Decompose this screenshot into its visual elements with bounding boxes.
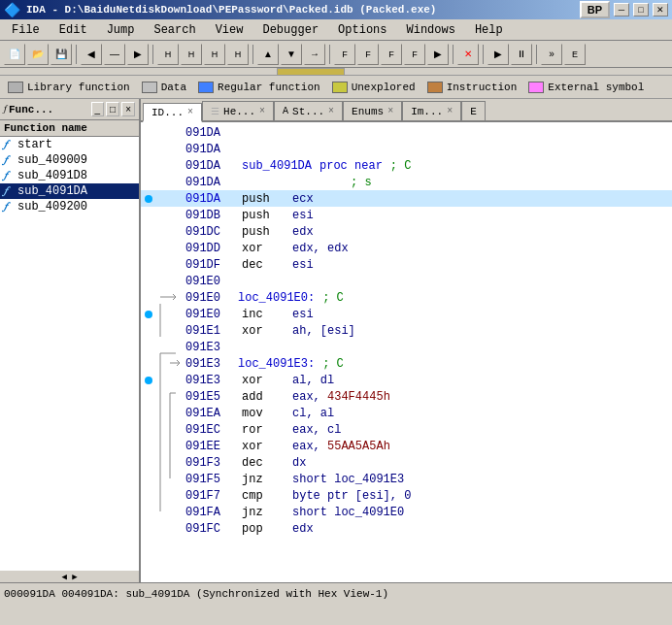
close-button[interactable]: ✕ (653, 3, 668, 16)
toolbar-dash[interactable]: — (104, 44, 125, 65)
menu-file[interactable]: File (4, 21, 48, 39)
toolbar-more[interactable]: » (541, 44, 562, 65)
addr-1: 091DA (185, 126, 234, 140)
func-item-409009[interactable]: 𝑓 sub_409009 (0, 152, 139, 168)
mnemonic-jnz-e0: jnz (234, 506, 292, 519)
disassembly-area[interactable]: 091DA 091DA 091DA sub_4091DA proc near ;… (141, 122, 672, 582)
tab-e-label: E (470, 106, 477, 117)
horizontal-scrollbar[interactable] (0, 68, 672, 76)
toolbar-f1[interactable]: F (334, 44, 355, 65)
disasm-line-jnz-e3: 091F5 jnz short loc_4091E3 (141, 471, 672, 487)
toolbar-x[interactable]: ✕ (457, 44, 479, 65)
mnemonic-mov-cl: mov (234, 407, 292, 420)
toolbar-save[interactable]: 💾 (50, 44, 72, 65)
toolbar-new[interactable]: 📄 (4, 44, 25, 65)
legend-external-label: External symbol (548, 82, 644, 93)
toolbar-open[interactable]: 📂 (27, 44, 49, 65)
toolbar-hex4[interactable]: H (227, 44, 249, 65)
menu-help[interactable]: Help (467, 21, 511, 39)
toolbar-end[interactable]: E (564, 44, 586, 65)
addr-loc-e3: 091E3 (185, 357, 234, 371)
addr-dec-esi: 091DF (185, 258, 234, 272)
menu-windows[interactable]: Windows (399, 21, 463, 39)
legend-library: Library function (8, 82, 130, 93)
tab-imports-close[interactable]: × (447, 106, 453, 116)
toolbar-f3[interactable]: F (381, 44, 402, 65)
mnemonic-push-ecx: push (234, 192, 292, 206)
menu-debugger[interactable]: Debugger (254, 21, 326, 39)
tab-enums-close[interactable]: × (387, 106, 393, 116)
disasm-line-dec-dx: 091F3 dec dx (141, 454, 672, 471)
legend-instruction-label: Instruction (447, 82, 518, 93)
tab-struct-icon: A (283, 106, 288, 116)
panel-minimize[interactable]: _ (91, 102, 105, 116)
addr-pop-edx: 091FC (185, 522, 234, 536)
func-item-4091da[interactable]: 𝑓 sub_4091DA (0, 183, 139, 199)
legend-instruction-color (427, 82, 443, 93)
comment-loc-e0: ; C (322, 291, 344, 305)
mnemonic-push-edx: push (234, 225, 292, 239)
addr-push-edx: 091DC (185, 225, 234, 239)
addr-xor-edx: 091DD (185, 242, 234, 255)
toolbar-up[interactable]: ▲ (257, 44, 279, 65)
menu-view[interactable]: View (208, 21, 252, 39)
dot-marker-inc (145, 311, 152, 318)
tab-e[interactable]: E (461, 101, 486, 120)
minimize-button[interactable]: ─ (614, 3, 629, 16)
addr-inc-esi: 091E0 (185, 308, 234, 321)
toolbar-f5[interactable]: ▶ (427, 44, 449, 65)
menu-search[interactable]: Search (146, 21, 203, 39)
toolbar-down[interactable]: ▼ (281, 44, 302, 65)
tab-ida-view-close[interactable]: × (187, 107, 193, 117)
tab-ida-view[interactable]: ID... × (143, 103, 202, 122)
status-text: 000091DA 004091DA: sub_4091DA (Synchroni… (4, 588, 388, 600)
func-name-4091d8: sub_4091D8 (17, 169, 87, 182)
legend-regular-label: Regular function (218, 82, 320, 93)
operand-push-ecx: ecx (292, 192, 314, 206)
panel-float[interactable]: □ (106, 102, 119, 116)
toolbar-back[interactable]: ◀ (81, 44, 102, 65)
scroll-thumb[interactable] (277, 68, 345, 76)
left-panel-scrollbar[interactable]: ◀ ▶ (0, 571, 139, 582)
func-item-start[interactable]: 𝑓 start (0, 137, 139, 152)
operand-push-esi: esi (292, 209, 314, 222)
toolbar-hex1[interactable]: H (157, 44, 179, 65)
menu-edit[interactable]: Edit (51, 21, 95, 39)
func-icon-start: 𝑓 (4, 139, 14, 150)
legend-regular-color (198, 82, 214, 93)
tab-enums[interactable]: Enums × (343, 101, 402, 120)
comment-proc: ; C (390, 159, 412, 173)
toolbar-f4[interactable]: F (404, 44, 425, 65)
toolbar-hex2[interactable]: H (181, 44, 202, 65)
mnemonic-dec-dx: dec (234, 456, 292, 470)
menu-options[interactable]: Options (330, 21, 394, 39)
bp-button[interactable]: BP (580, 1, 610, 18)
tab-hex-view-close[interactable]: × (259, 106, 265, 116)
addr-xor-ah: 091E1 (185, 324, 234, 338)
func-item-4091d8[interactable]: 𝑓 sub_4091D8 (0, 168, 139, 183)
disasm-line-cmp: 091F7 cmp byte ptr [esi], 0 (141, 487, 672, 504)
tab-hex-view[interactable]: ☰ He... × (202, 101, 274, 120)
tab-structures-close[interactable]: × (328, 106, 334, 116)
tab-structures[interactable]: A St... × (274, 101, 343, 120)
tab-ida-view-label: ID... (151, 107, 184, 118)
toolbar-hex3[interactable]: H (204, 44, 225, 65)
disasm-line-ror-eax: 091EC ror eax, cl (141, 421, 672, 438)
toolbar-f2[interactable]: F (357, 44, 379, 65)
menu-jump[interactable]: Jump (99, 21, 143, 39)
legend-instruction: Instruction (427, 82, 518, 93)
maximize-button[interactable]: □ (633, 3, 649, 16)
disasm-line-pop-edx: 091FC pop edx (141, 520, 672, 537)
toolbar-fwd[interactable]: ▶ (127, 44, 149, 65)
toolbar-play[interactable]: ▶ (487, 44, 509, 65)
operand-xor-ah: ah, [esi] (292, 324, 355, 338)
tab-imports[interactable]: Im... × (402, 101, 461, 120)
addr-comment: 091DA (185, 176, 234, 189)
panel-close[interactable]: × (121, 102, 135, 116)
toolbar-arrow[interactable]: → (304, 44, 325, 65)
arrow-xor-ah (156, 320, 185, 341)
mnemonic-xor-al: xor (234, 374, 292, 387)
func-icon-4091da: 𝑓 (4, 185, 14, 197)
toolbar-pause[interactable]: ⏸ (511, 44, 532, 65)
func-item-409200[interactable]: 𝑓 sub_409200 (0, 199, 139, 214)
